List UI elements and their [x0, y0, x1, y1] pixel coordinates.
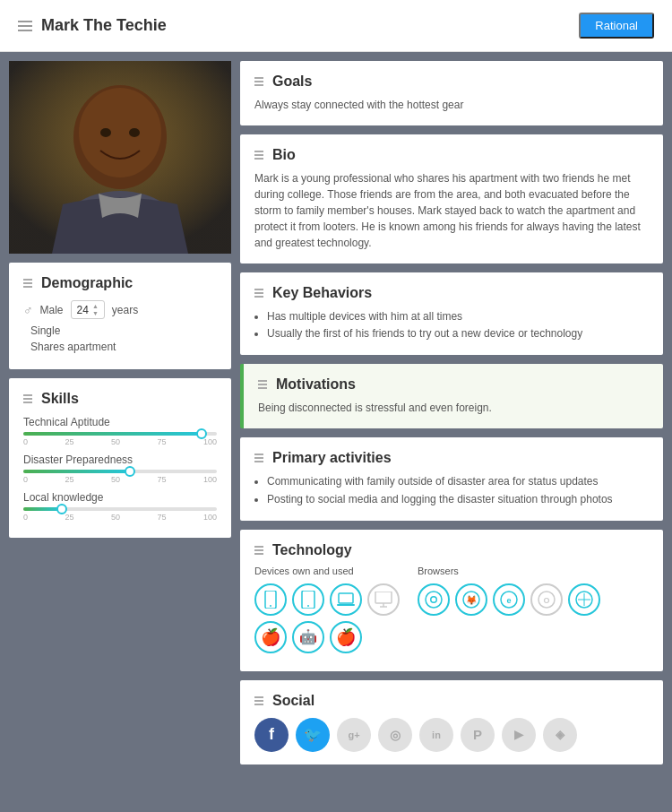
skills-icon	[23, 394, 32, 403]
bio-icon	[254, 151, 263, 160]
skill-label-0: Technical Aptitude	[23, 416, 217, 428]
svg-point-18	[432, 597, 436, 601]
browsers-section: Browsers	[418, 566, 600, 659]
skill-bar-0[interactable]	[23, 432, 217, 436]
social-row: f 🐦 g+ ◎ in P ▶ ◈	[254, 718, 649, 752]
browser-safari	[568, 583, 600, 616]
left-column: Demographic ♂ Male 24 ▲▼ years Single Sh…	[9, 61, 231, 764]
social-youtube: ▶	[502, 718, 536, 752]
social-twitter[interactable]: 🐦	[296, 718, 330, 752]
header-left: Mark The Techie	[18, 16, 167, 35]
skill-thumb-1	[125, 466, 135, 477]
bio-card: Bio Mark is a young professional who sha…	[240, 134, 663, 263]
photo-placeholder	[9, 61, 231, 254]
browsers-label: Browsers	[418, 566, 600, 576]
key-behaviors-list: Has multiple devices with him at all tim…	[254, 308, 649, 342]
svg-rect-12	[337, 604, 355, 606]
demographic-card: Demographic ♂ Male 24 ▲▼ years Single Sh…	[9, 263, 231, 369]
social-card: Social f 🐦 g+ ◎ in P ▶ ◈	[240, 680, 663, 764]
motivations-icon	[258, 380, 267, 389]
skill-scale-1: 0255075100	[23, 475, 217, 484]
key-behaviors-card: Key Behaviors Has multiple devices with …	[240, 272, 663, 355]
devices-label: Devices own and used	[254, 566, 400, 576]
age-arrows[interactable]: ▲▼	[92, 303, 99, 316]
svg-text:🦊: 🦊	[466, 594, 478, 606]
skill-thumb-0	[196, 428, 207, 439]
key-behaviors-icon	[254, 289, 263, 298]
primary-activities-list: Communicating with family outside of dis…	[254, 473, 649, 507]
goals-title: Goals	[254, 73, 649, 90]
profile-photo	[9, 61, 231, 254]
key-behaviors-title: Key Behaviors	[254, 285, 649, 301]
primary-activity-1: Posting to social media and logging the …	[267, 491, 649, 508]
svg-point-4	[100, 128, 111, 137]
os-android: 🤖	[292, 621, 324, 653]
page-title: Mark The Techie	[41, 16, 167, 35]
right-column: Goals Always stay connected with the hot…	[240, 61, 663, 764]
goals-card: Goals Always stay connected with the hot…	[240, 61, 663, 125]
svg-text:O: O	[543, 596, 549, 605]
social-facebook[interactable]: f	[254, 718, 289, 752]
motivations-title: Motivations	[258, 376, 649, 393]
social-icon	[254, 696, 263, 705]
device-laptop	[330, 583, 362, 616]
key-behavior-1: Usually the first of his friends to try …	[267, 325, 649, 342]
motivations-text: Being disconnected is stressful and even…	[258, 400, 649, 416]
tech-sections: Devices own and used	[254, 566, 649, 659]
browser-firefox: 🦊	[455, 583, 487, 616]
skill-bar-2[interactable]	[23, 507, 217, 511]
menu-icon	[18, 21, 32, 31]
skill-fill-0	[23, 432, 202, 436]
device-smartphone	[254, 583, 287, 616]
social-foursquare: ◈	[543, 718, 577, 752]
skills-title: Skills	[23, 391, 217, 407]
age-value: 24	[77, 304, 89, 316]
age-unit: years	[112, 304, 138, 316]
technology-title: Technology	[254, 542, 649, 558]
device-desktop	[367, 583, 400, 616]
skill-scale-0: 0255075100	[23, 437, 217, 446]
devices-section: Devices own and used	[254, 566, 400, 659]
device-tablet	[292, 583, 324, 616]
social-linkedin: in	[419, 718, 453, 752]
browser-ie: e	[493, 583, 525, 616]
os-apple: 🍎	[254, 621, 287, 653]
svg-point-5	[129, 128, 140, 137]
skills-card: Skills Technical Aptitude 0255075100 Dis…	[9, 378, 231, 538]
rational-badge[interactable]: Rational	[579, 13, 654, 39]
skill-fill-1	[23, 470, 130, 473]
motivations-card: Motivations Being disconnected is stress…	[240, 364, 663, 428]
browser-opera: O	[530, 583, 563, 616]
demographic-title: Demographic	[23, 275, 217, 291]
key-behavior-0: Has multiple devices with him at all tim…	[267, 308, 649, 325]
browsers-row: 🦊 e	[418, 583, 600, 616]
bio-text: Mark is a young professional who shares …	[254, 170, 649, 251]
gender-row: ♂ Male 24 ▲▼ years	[23, 300, 217, 319]
goals-text: Always stay connected with the hottest g…	[254, 97, 649, 113]
gender-icon: ♂	[23, 303, 33, 317]
demographic-detail-apartment: Shares apartment	[23, 341, 217, 353]
svg-rect-13	[375, 592, 392, 603]
primary-activities-card: Primary activities Communicating with fa…	[240, 437, 663, 520]
skill-scale-2: 0255075100	[23, 513, 217, 522]
demographic-detail-single: Single	[23, 324, 217, 337]
social-pinterest: P	[461, 718, 495, 752]
skill-bar-1[interactable]	[23, 470, 217, 473]
svg-rect-11	[339, 593, 353, 603]
os-apple2: 🍎	[330, 621, 362, 653]
social-google: g+	[337, 718, 371, 752]
goals-icon	[254, 77, 263, 86]
skill-label-1: Disaster Preparedness	[23, 454, 217, 466]
header: Mark The Techie Rational	[0, 0, 672, 52]
technology-icon	[254, 546, 263, 555]
svg-text:e: e	[506, 596, 511, 605]
technology-card: Technology Devices own and used	[240, 530, 663, 671]
primary-activities-icon	[254, 454, 263, 462]
social-title: Social	[254, 693, 649, 709]
age-input[interactable]: 24 ▲▼	[71, 300, 105, 319]
skill-label-2: Local knowledge	[23, 491, 217, 504]
social-instagram: ◎	[378, 718, 412, 752]
browser-chrome	[418, 583, 450, 616]
devices-row	[254, 583, 400, 616]
os-row: 🍎 🤖 🍎	[254, 621, 400, 653]
